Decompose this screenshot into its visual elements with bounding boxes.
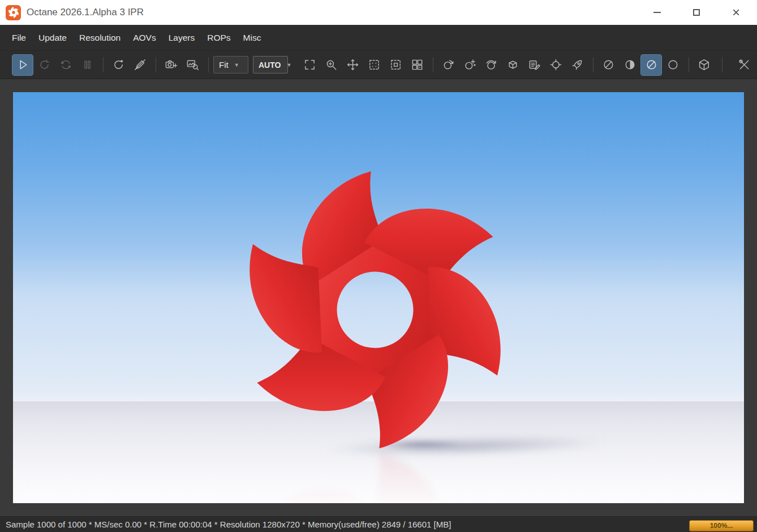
lock-updates-button[interactable] — [130, 55, 150, 75]
menu-aovs[interactable]: AOVs — [127, 28, 162, 47]
image-magnifier-icon — [186, 58, 199, 71]
corner-arrows-icon — [303, 58, 316, 71]
octane-logo-icon — [6, 5, 21, 20]
toolbar-separator — [433, 57, 433, 72]
chevron-down-icon: ▼ — [234, 62, 239, 68]
render-priority-button[interactable] — [567, 55, 587, 75]
toolbar-separator — [103, 57, 104, 72]
refresh-render-button[interactable] — [55, 55, 76, 75]
pick-light-button[interactable] — [459, 55, 480, 75]
save-snapshot-button[interactable] — [161, 55, 181, 75]
minimize-icon — [653, 12, 661, 13]
toolbar-separator — [689, 57, 689, 72]
film-region-button[interactable] — [385, 55, 406, 75]
play-icon — [16, 58, 29, 71]
restart-icon — [38, 58, 51, 71]
titlebar: Octane 2026.1.Alpha 3 IPR × — [0, 0, 757, 25]
pick-object-button[interactable] — [502, 55, 523, 75]
pause-render-button[interactable] — [77, 55, 97, 75]
minimize-button[interactable] — [648, 4, 665, 21]
auto-dropdown[interactable]: AUTO ▼ — [253, 56, 288, 73]
crossed-tools-icon — [738, 58, 751, 71]
lock-geometry-button[interactable] — [694, 55, 714, 75]
ball-rotate-icon — [485, 58, 498, 71]
toolbar-separator — [593, 57, 593, 72]
render-progress-label: 100%... — [710, 522, 733, 530]
window-controls: × — [648, 4, 751, 21]
toggle-clay-mode-button[interactable] — [641, 55, 661, 75]
render-progress-bar: 100%... — [689, 520, 754, 531]
close-button[interactable]: × — [728, 4, 745, 21]
actual-size-button[interactable] — [299, 55, 320, 75]
menu-resolution[interactable]: Resolution — [73, 28, 127, 47]
pan-view-button[interactable] — [342, 55, 363, 75]
pick-camera-target-button[interactable] — [481, 55, 501, 75]
pick-material-button[interactable] — [438, 55, 458, 75]
pick-white-balance-button[interactable] — [524, 55, 544, 75]
refresh-icon — [59, 58, 72, 71]
toggle-alpha-button[interactable] — [598, 55, 618, 75]
toolbar: Fit ▼ AUTO ▼ — [0, 51, 757, 79]
wire-cube-icon — [698, 58, 711, 71]
fit-dropdown-value: Fit — [219, 60, 229, 70]
toggle-background-button[interactable] — [663, 55, 683, 75]
close-icon: × — [732, 6, 740, 19]
rocket-icon — [571, 58, 584, 71]
window-title: Octane 2026.1.Alpha 3 IPR — [27, 7, 144, 18]
ball-sparkle-icon — [463, 58, 476, 71]
orbit-refresh-icon — [112, 58, 125, 71]
toggle-tonemapping-button[interactable] — [620, 55, 640, 75]
viewport-panel — [0, 79, 757, 516]
maximize-icon — [693, 9, 700, 16]
menubar: File Update Resolution AOVs Layers ROPs … — [0, 25, 757, 51]
render-status-text: Sample 1000 of 1000 * MS/sec 0.00 * R.Ti… — [6, 520, 451, 529]
dashed-region-dots-icon — [368, 58, 381, 71]
menu-layers[interactable]: Layers — [162, 28, 201, 47]
pen-slash-icon — [134, 58, 147, 71]
render-region-button[interactable] — [364, 55, 384, 75]
octane-ipr-window: Octane 2026.1.Alpha 3 IPR × File Update … — [0, 0, 757, 532]
circle-slash-icon — [645, 58, 658, 71]
fit-dropdown[interactable]: Fit ▼ — [213, 56, 248, 73]
magnifier-plus-icon — [325, 58, 338, 71]
zoom-region-button[interactable] — [321, 55, 341, 75]
statusbar: Sample 1000 of 1000 * MS/sec 0.00 * R.Ti… — [0, 516, 757, 532]
pan-arrows-icon — [346, 58, 359, 71]
half-circle-icon — [623, 58, 636, 71]
pause-icon — [81, 58, 94, 71]
chevron-down-icon: ▼ — [286, 62, 291, 68]
toolbar-separator — [722, 57, 722, 72]
octane-logo-render — [234, 168, 517, 451]
toolbar-separator — [208, 57, 209, 72]
pick-focus-button[interactable] — [545, 55, 566, 75]
circle-slash-icon — [602, 58, 615, 71]
render-reflection — [234, 450, 517, 503]
browse-snapshots-button[interactable] — [182, 55, 203, 75]
real-time-update-button[interactable] — [108, 55, 128, 75]
menu-misc[interactable]: Misc — [237, 28, 268, 47]
menu-file[interactable]: File — [6, 28, 32, 47]
menu-update[interactable]: Update — [32, 28, 73, 47]
toolbar-separator — [156, 57, 156, 72]
auto-dropdown-value: AUTO — [259, 60, 281, 70]
circle-outline-icon — [666, 58, 679, 71]
restart-render-button[interactable] — [34, 55, 54, 75]
ball-arrow-icon — [442, 58, 455, 71]
start-render-button[interactable] — [12, 55, 33, 75]
cube-faces-icon — [506, 58, 519, 71]
split-view-button[interactable] — [407, 55, 427, 75]
viewport-settings-button[interactable] — [734, 55, 754, 75]
dashed-region-icon — [389, 58, 402, 71]
quad-grid-icon — [411, 58, 424, 71]
card-pen-icon — [528, 58, 541, 71]
maximize-button[interactable] — [688, 4, 705, 21]
render-view[interactable] — [13, 92, 744, 503]
camera-plus-icon — [165, 58, 178, 71]
menu-rops[interactable]: ROPs — [201, 28, 236, 47]
ball-crosshair-icon — [549, 58, 562, 71]
